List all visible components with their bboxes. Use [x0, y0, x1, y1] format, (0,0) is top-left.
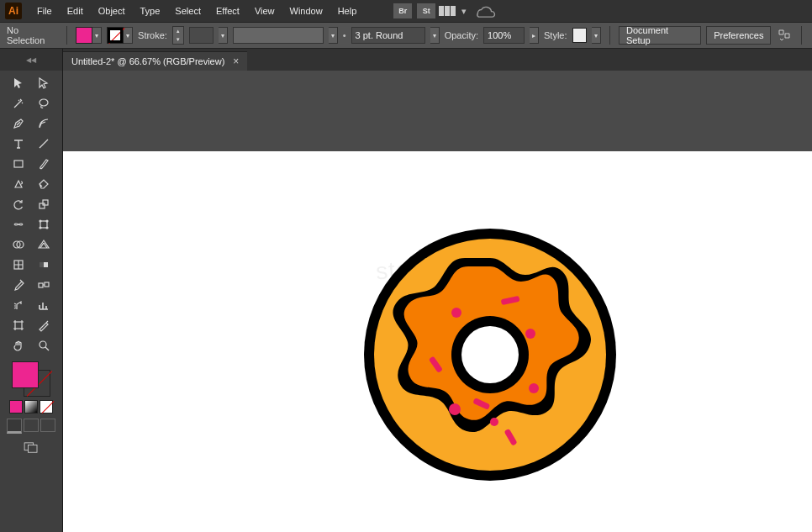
width-tool[interactable] — [7, 215, 30, 234]
svg-rect-1 — [40, 203, 45, 208]
rectangle-tool[interactable] — [7, 155, 30, 173]
brush-dropdown[interactable]: ▾ — [329, 27, 338, 44]
svg-point-22 — [461, 326, 519, 383]
arrange-documents-icon[interactable] — [439, 5, 457, 17]
svg-rect-0 — [14, 161, 23, 167]
hand-tool[interactable] — [7, 336, 30, 355]
selection-tool[interactable] — [7, 74, 30, 92]
bridge-icon[interactable]: Br — [393, 3, 412, 18]
svg-point-4 — [40, 220, 41, 222]
fill-swatch — [76, 27, 92, 44]
stroke-swatch-dropdown[interactable]: ▾ — [107, 27, 133, 44]
lasso-tool[interactable] — [32, 94, 55, 113]
sync-icon[interactable] — [474, 4, 496, 18]
brush-definition[interactable] — [233, 27, 324, 44]
chevron-down-icon: ▾ — [92, 27, 102, 44]
svg-rect-2 — [43, 200, 48, 205]
draw-normal[interactable] — [7, 419, 22, 434]
align-panel-icon[interactable] — [776, 27, 793, 44]
arrange-dropdown-icon[interactable]: ▾ — [461, 6, 467, 17]
pen-tool[interactable] — [7, 114, 30, 133]
mesh-tool[interactable] — [7, 255, 30, 274]
fill-swatch-dropdown[interactable]: ▾ — [76, 27, 102, 44]
curvature-tool[interactable] — [32, 114, 55, 133]
menu-object[interactable]: Object — [92, 3, 132, 19]
draw-behind[interactable] — [24, 419, 39, 432]
toolbox — [0, 71, 63, 532]
preferences-button[interactable]: Preferences — [706, 26, 771, 45]
color-mode-solid[interactable] — [9, 400, 23, 413]
direct-selection-tool[interactable] — [32, 74, 55, 92]
document-tab[interactable]: Untitled-2* @ 66.67% (RGB/Preview) × — [63, 51, 247, 71]
magic-wand-tool[interactable] — [7, 94, 30, 113]
paintbrush-tool[interactable] — [32, 155, 55, 173]
toolbox-collapse-grip[interactable]: ◀◀ — [0, 49, 63, 71]
color-mode-row — [9, 400, 53, 413]
variable-width-profile[interactable]: 3 pt. Round — [351, 27, 425, 44]
style-swatch[interactable] — [572, 28, 588, 43]
shape-builder-tool[interactable] — [7, 235, 30, 254]
menu-view[interactable]: View — [248, 3, 282, 19]
selection-status: No Selection — [7, 25, 58, 45]
color-mode-gradient[interactable] — [24, 400, 38, 413]
menu-help[interactable]: Help — [331, 3, 364, 19]
menubar: Ai File Edit Object Type Select Effect V… — [0, 0, 812, 22]
svg-point-27 — [490, 418, 498, 426]
close-tab-icon[interactable]: × — [233, 55, 239, 67]
draw-mode-row — [7, 419, 55, 434]
style-dropdown[interactable]: ▾ — [592, 27, 601, 44]
app-window: Ai File Edit Object Type Select Effect V… — [0, 0, 812, 532]
blend-tool[interactable] — [32, 276, 55, 294]
svg-point-5 — [46, 220, 48, 222]
symbol-sprayer-tool[interactable] — [7, 296, 30, 314]
fill-stroke-control[interactable] — [12, 361, 50, 397]
stroke-weight-stepper[interactable]: ▲▼ — [172, 26, 184, 45]
canvas-viewport[interactable]: stem.com — [63, 71, 812, 532]
fill-color-swatch[interactable] — [12, 361, 39, 388]
menu-effect[interactable]: Effect — [209, 3, 246, 19]
style-label: Style: — [544, 30, 567, 40]
opacity-dropdown[interactable]: ▸ — [530, 27, 539, 44]
document-tab-row: ◀◀ Untitled-2* @ 66.67% (RGB/Preview) × — [0, 49, 812, 71]
stroke-weight-input[interactable] — [189, 27, 214, 44]
rotate-tool[interactable] — [7, 195, 30, 213]
donut-artwork[interactable] — [356, 220, 625, 489]
slice-tool[interactable] — [32, 316, 55, 334]
svg-rect-13 — [39, 283, 43, 287]
type-tool[interactable] — [7, 134, 30, 153]
app-logo[interactable]: Ai — [5, 3, 22, 19]
menu-file[interactable]: File — [30, 3, 59, 19]
line-segment-tool[interactable] — [32, 134, 55, 153]
document-setup-button[interactable]: Document Setup — [619, 26, 701, 45]
color-mode-none[interactable] — [40, 400, 53, 413]
stock-icon[interactable]: St — [417, 3, 435, 18]
opacity-input[interactable]: 100% — [483, 27, 525, 44]
menu-edit[interactable]: Edit — [61, 3, 90, 19]
artboard-tool[interactable] — [7, 316, 30, 334]
svg-rect-18 — [29, 445, 38, 453]
draw-inside[interactable] — [40, 419, 55, 432]
column-graph-tool[interactable] — [32, 296, 55, 314]
stroke-weight-dropdown[interactable]: ▾ — [219, 27, 228, 44]
menu-window[interactable]: Window — [283, 3, 330, 19]
menu-select[interactable]: Select — [168, 3, 208, 19]
eraser-tool[interactable] — [32, 175, 55, 193]
menu-type[interactable]: Type — [134, 3, 167, 19]
svg-rect-15 — [15, 322, 22, 329]
screen-mode-button[interactable] — [19, 439, 43, 457]
shaper-tool[interactable] — [7, 175, 30, 193]
svg-point-6 — [40, 227, 41, 229]
perspective-grid-tool[interactable] — [32, 235, 55, 254]
gradient-tool[interactable] — [32, 255, 55, 274]
profile-dropdown[interactable]: ▾ — [430, 27, 440, 44]
free-transform-tool[interactable] — [32, 215, 55, 234]
eyedropper-tool[interactable] — [7, 276, 30, 294]
stroke-swatch — [107, 27, 124, 44]
artboard[interactable]: stem.com — [63, 151, 812, 532]
zoom-tool[interactable] — [32, 336, 55, 355]
main-area: stem.com — [0, 71, 812, 532]
svg-point-7 — [46, 227, 48, 229]
opacity-label: Opacity: — [445, 30, 478, 40]
scale-tool[interactable] — [32, 195, 55, 213]
svg-point-23 — [451, 308, 461, 318]
